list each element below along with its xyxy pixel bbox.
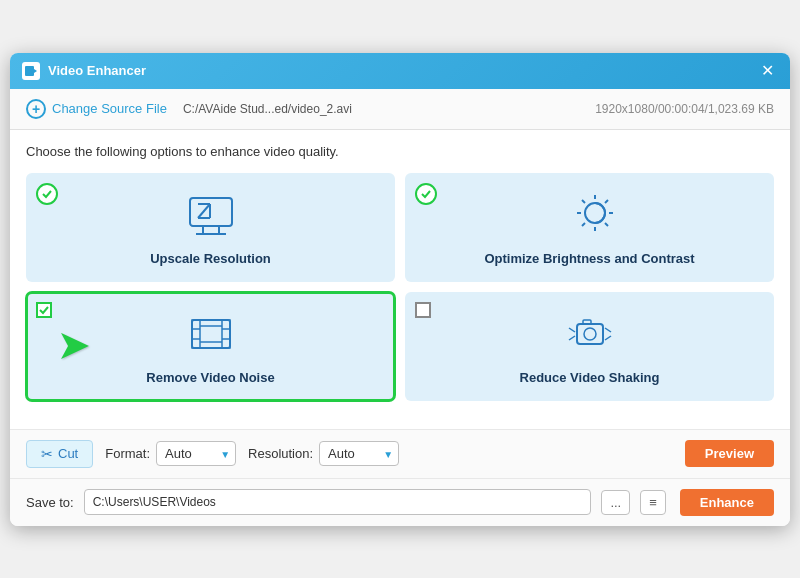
noise-checkbox[interactable] — [36, 302, 52, 318]
resolution-select-wrapper: Auto ▼ — [319, 441, 399, 466]
monitor-icon — [186, 196, 236, 236]
check-icon — [38, 304, 50, 316]
svg-rect-30 — [583, 320, 591, 324]
app-icon — [22, 62, 40, 80]
green-arrow-icon: ➤ — [58, 325, 88, 367]
change-source-button[interactable]: + Change Source File — [26, 99, 167, 119]
svg-line-33 — [605, 328, 611, 332]
option-card-shaking[interactable]: Reduce Video Shaking — [405, 292, 774, 401]
format-group: Format: Auto ▼ — [105, 441, 236, 466]
format-select[interactable]: Auto — [156, 441, 236, 466]
svg-line-32 — [569, 336, 575, 340]
shaking-checkbox-square — [415, 302, 431, 318]
check-icon — [41, 188, 53, 200]
noise-label: Remove Video Noise — [146, 370, 274, 385]
arrow-indicator: ➤ — [58, 325, 88, 367]
shaking-icon — [565, 310, 615, 360]
camera-shake-icon — [565, 312, 615, 357]
dots-button[interactable]: ... — [601, 490, 630, 515]
svg-line-15 — [582, 200, 585, 203]
format-label: Format: — [105, 446, 150, 461]
brightness-icon — [565, 191, 615, 241]
check-icon — [420, 188, 432, 200]
content-area: Choose the following options to enhance … — [10, 130, 790, 429]
change-source-label: Change Source File — [52, 101, 167, 116]
svg-point-29 — [584, 328, 596, 340]
svg-line-34 — [605, 336, 611, 340]
resolution-group: Resolution: Auto ▼ — [248, 441, 399, 466]
brightness-sun-icon — [565, 193, 615, 238]
title-bar: Video Enhancer ✕ — [10, 53, 790, 89]
svg-line-18 — [582, 223, 585, 226]
bottom-controls: ✂ Cut Format: Auto ▼ Resolution: Auto ▼ … — [10, 429, 790, 479]
svg-line-31 — [569, 328, 575, 332]
upscale-icon — [186, 191, 236, 241]
brightness-checkbox-circle — [415, 183, 437, 205]
scissors-icon: ✂ — [41, 446, 53, 462]
video-icon — [24, 64, 38, 78]
noise-checkbox-square — [36, 302, 52, 318]
file-path: C:/AVAide Stud...ed/video_2.avi — [183, 102, 579, 116]
noise-icon — [186, 310, 236, 360]
save-label: Save to: — [26, 495, 74, 510]
brightness-checkbox[interactable] — [415, 183, 437, 205]
upscale-checkbox-circle — [36, 183, 58, 205]
svg-rect-19 — [192, 320, 230, 348]
film-strip-icon — [186, 312, 236, 357]
footer: Save to: ... ≡ Enhance — [10, 479, 790, 526]
shaking-checkbox[interactable] — [415, 302, 431, 318]
svg-line-17 — [605, 200, 608, 203]
svg-rect-20 — [192, 320, 200, 348]
svg-rect-21 — [222, 320, 230, 348]
cut-label: Cut — [58, 446, 78, 461]
cut-button[interactable]: ✂ Cut — [26, 440, 93, 468]
brightness-label: Optimize Brightness and Contrast — [484, 251, 694, 266]
svg-rect-0 — [25, 66, 34, 76]
resolution-select[interactable]: Auto — [319, 441, 399, 466]
option-card-brightness[interactable]: Optimize Brightness and Contrast — [405, 173, 774, 282]
preview-button[interactable]: Preview — [685, 440, 774, 467]
save-path-input[interactable] — [84, 489, 592, 515]
svg-rect-28 — [577, 324, 603, 344]
resolution-label: Resolution: — [248, 446, 313, 461]
toolbar: + Change Source File C:/AVAide Stud...ed… — [10, 89, 790, 130]
svg-marker-1 — [34, 69, 37, 73]
close-button[interactable]: ✕ — [757, 61, 778, 81]
svg-line-16 — [605, 223, 608, 226]
file-meta: 1920x1080/00:00:04/1,023.69 KB — [595, 102, 774, 116]
enhance-button[interactable]: Enhance — [680, 489, 774, 516]
shaking-label: Reduce Video Shaking — [520, 370, 660, 385]
svg-line-6 — [198, 204, 210, 218]
add-icon: + — [26, 99, 46, 119]
window-title: Video Enhancer — [48, 63, 146, 78]
instruction-text: Choose the following options to enhance … — [26, 144, 774, 159]
format-select-wrapper: Auto ▼ — [156, 441, 236, 466]
folder-button[interactable]: ≡ — [640, 490, 666, 515]
options-grid: Upscale Resolution — [26, 173, 774, 401]
upscale-checkbox[interactable] — [36, 183, 58, 205]
option-card-noise[interactable]: ➤ Remove Video Noise — [26, 292, 395, 401]
option-card-upscale[interactable]: Upscale Resolution — [26, 173, 395, 282]
main-window: Video Enhancer ✕ + Change Source File C:… — [10, 53, 790, 526]
title-bar-left: Video Enhancer — [22, 62, 146, 80]
upscale-label: Upscale Resolution — [150, 251, 271, 266]
